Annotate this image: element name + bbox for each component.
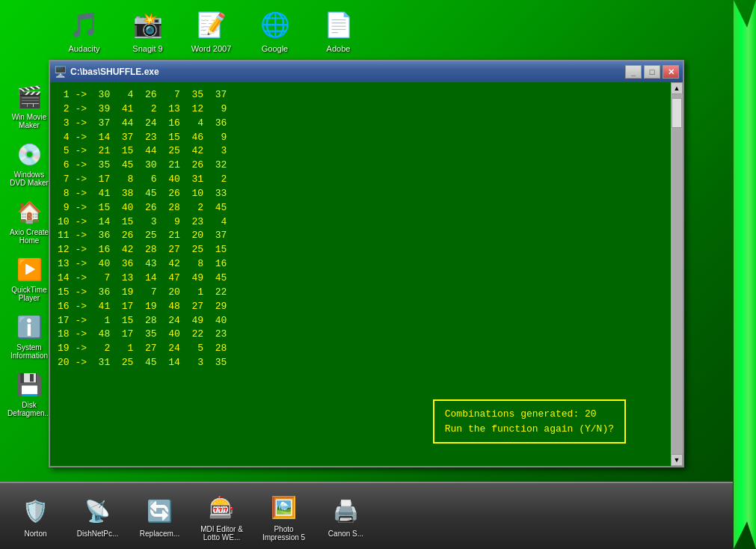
console-text-area: 1 -> 30 4 26 7 35 37 2 -> 39 41 2 13 12 … — [50, 82, 671, 466]
mdi-icon: 🎰 — [206, 491, 239, 524]
console-line: 8 -> 41 38 45 26 10 33 — [58, 187, 663, 201]
axio-label: Axio CreateHome — [10, 228, 49, 245]
adobe-label: Adobe — [327, 44, 351, 53]
scrollbar-track[interactable] — [671, 94, 683, 454]
console-line: 16 -> 41 17 19 48 27 29 — [58, 300, 663, 314]
console-lines-container: 1 -> 30 4 26 7 35 37 2 -> 39 41 2 13 12 … — [58, 88, 663, 370]
sysinfo-icon: ℹ️ — [14, 312, 44, 342]
window-content: 1 -> 30 4 26 7 35 37 2 -> 39 41 2 13 12 … — [50, 82, 683, 466]
winmovie-icon: 🎬 — [14, 82, 44, 111]
desktop-icon-sysinfo[interactable]: ℹ️ SystemInformation — [4, 309, 55, 363]
taskbar-icon-norton[interactable]: 🛡️ Norton — [7, 492, 64, 541]
console-line: 15 -> 36 19 7 20 1 22 — [58, 286, 663, 300]
console-line: 2 -> 39 41 2 13 12 9 — [58, 102, 663, 117]
dvdmaker-label: WindowsDVD Maker — [10, 171, 49, 187]
snagit-label: Snagit 9 — [132, 44, 162, 53]
scrollbar[interactable]: ▲ ▼ — [671, 82, 683, 466]
desktop-icon-dvdmaker[interactable]: 💿 WindowsDVD Maker — [4, 136, 55, 190]
desktop-icon-adobe[interactable]: 📄 Adobe — [310, 4, 366, 56]
desktop-icon-diskdefrag[interactable]: 💾 DiskDefragmen... — [4, 366, 55, 420]
diskdefrag-label: DiskDefragmen... — [7, 401, 51, 417]
prompt-box: Combinations generated: 20 Run the funct… — [433, 399, 626, 444]
adobe-icon: 📄 — [321, 7, 357, 43]
console-line: 9 -> 15 40 26 28 2 45 — [58, 201, 663, 215]
axio-icon: 🏠 — [14, 197, 44, 227]
window-title-text: C:\bas\SHUFFLE.exe — [70, 67, 159, 77]
dvdmaker-icon: 💿 — [14, 139, 44, 169]
console-line: 14 -> 7 13 14 47 49 45 — [58, 272, 663, 286]
console-line: 1 -> 30 4 26 7 35 37 — [58, 88, 663, 102]
google-label: Google — [262, 44, 288, 53]
console-line: 5 -> 21 15 44 25 42 3 — [58, 144, 663, 159]
desktop-icon-snagit[interactable]: 📸 Snagit 9 — [120, 4, 176, 56]
dishnet-icon: 📡 — [82, 495, 114, 528]
snagit-icon: 📸 — [130, 7, 166, 43]
prompt-line2: Run the function again (Y/N)? — [445, 422, 614, 437]
word-icon: 📝 — [194, 7, 230, 43]
taskbar-icon-replacem[interactable]: 🔄 Replacem... — [132, 492, 188, 541]
console-line: 12 -> 16 42 28 27 25 15 — [58, 243, 663, 257]
close-button[interactable]: ✕ — [663, 65, 679, 79]
desktop-icon-audacity[interactable]: 🎵 Audacity — [56, 4, 112, 56]
canon-label: Canon S... — [328, 530, 363, 538]
desktop-icon-google[interactable]: 🌐 Google — [247, 4, 303, 56]
norton-icon: 🛡️ — [19, 495, 52, 528]
top-icon-bar: 🎵 Audacity 📸 Snagit 9 📝 Word 2007 🌐 Goog… — [52, 0, 370, 60]
scroll-up-arrow[interactable]: ▲ — [671, 82, 683, 94]
quicktime-icon: ▶️ — [14, 254, 44, 284]
console-line: 17 -> 1 15 28 24 49 40 — [58, 314, 663, 328]
console-line: 19 -> 2 1 27 24 5 28 — [58, 342, 663, 356]
desktop: 🎵 Audacity 📸 Snagit 9 📝 Word 2007 🌐 Goog… — [0, 0, 756, 549]
google-icon: 🌐 — [257, 7, 293, 43]
audacity-icon: 🎵 — [67, 7, 102, 43]
maximize-button[interactable]: □ — [644, 65, 660, 79]
photo-icon: 🖼️ — [268, 491, 301, 524]
scroll-down-arrow[interactable]: ▼ — [671, 454, 683, 466]
taskbar-icon-mdi[interactable]: 🎰 MDI Editor &Lotto WE... — [194, 488, 250, 545]
dishnet-label: DishNetPc... — [77, 530, 119, 538]
desktop-icon-winmovie[interactable]: 🎬 Win MovieMaker — [4, 79, 55, 132]
quicktime-label: QuickTimePlayer — [11, 286, 46, 302]
diskdefrag-icon: 💾 — [14, 369, 44, 399]
console-line: 4 -> 14 37 23 15 46 9 — [58, 131, 663, 145]
window-title-area: 🖥️ C:\bas\SHUFFLE.exe — [54, 66, 159, 78]
desktop-icon-word[interactable]: 📝 Word 2007 — [183, 4, 239, 56]
scrollbar-thumb[interactable] — [672, 98, 682, 128]
prompt-line1: Combinations generated: 20 — [445, 407, 614, 422]
window-title-icon: 🖥️ — [54, 66, 67, 78]
console-line: 10 -> 14 15 3 9 23 4 — [58, 215, 663, 230]
window-titlebar: 🖥️ C:\bas\SHUFFLE.exe _ □ ✕ — [50, 61, 683, 82]
desktop-icon-quicktime[interactable]: ▶️ QuickTimePlayer — [4, 251, 55, 305]
console-window: 🖥️ C:\bas\SHUFFLE.exe _ □ ✕ 1 -> 30 4 26… — [49, 60, 684, 467]
console-line: 18 -> 48 17 35 40 22 23 — [58, 328, 663, 342]
taskbar: 🛡️ Norton 📡 DishNetPc... 🔄 Replacem... 🎰… — [0, 482, 733, 549]
taskbar-icon-canon[interactable]: 🖨️ Canon S... — [318, 492, 374, 541]
winmovie-label: Win MovieMaker — [12, 113, 47, 129]
console-line: 7 -> 17 8 6 40 31 2 — [58, 173, 663, 187]
desktop-icon-axio[interactable]: 🏠 Axio CreateHome — [4, 194, 55, 248]
console-line: 13 -> 40 36 43 42 8 16 — [58, 257, 663, 272]
taskbar-icon-photo[interactable]: 🖼️ PhotoImpression 5 — [256, 488, 312, 545]
desktop-decoration — [734, 0, 756, 549]
mdi-label: MDI Editor &Lotto WE... — [200, 525, 243, 542]
word-label: Word 2007 — [191, 44, 232, 53]
replacem-label: Replacem... — [140, 530, 179, 538]
replacem-icon: 🔄 — [144, 495, 176, 528]
sysinfo-label: SystemInformation — [10, 343, 48, 360]
console-line: 6 -> 35 45 30 21 26 32 — [58, 159, 663, 173]
norton-label: Norton — [24, 530, 46, 538]
window-controls: _ □ ✕ — [625, 65, 679, 79]
console-line: 11 -> 36 26 25 21 20 37 — [58, 229, 663, 243]
photo-label: PhotoImpression 5 — [262, 525, 305, 542]
canon-icon: 🖨️ — [330, 495, 363, 528]
audacity-label: Audacity — [68, 44, 99, 53]
console-line: 20 -> 31 25 45 14 3 35 — [58, 356, 663, 370]
taskbar-icon-dishnet[interactable]: 📡 DishNetPc... — [70, 492, 126, 541]
console-line: 3 -> 37 44 24 16 4 36 — [58, 117, 663, 131]
minimize-button[interactable]: _ — [625, 65, 642, 79]
